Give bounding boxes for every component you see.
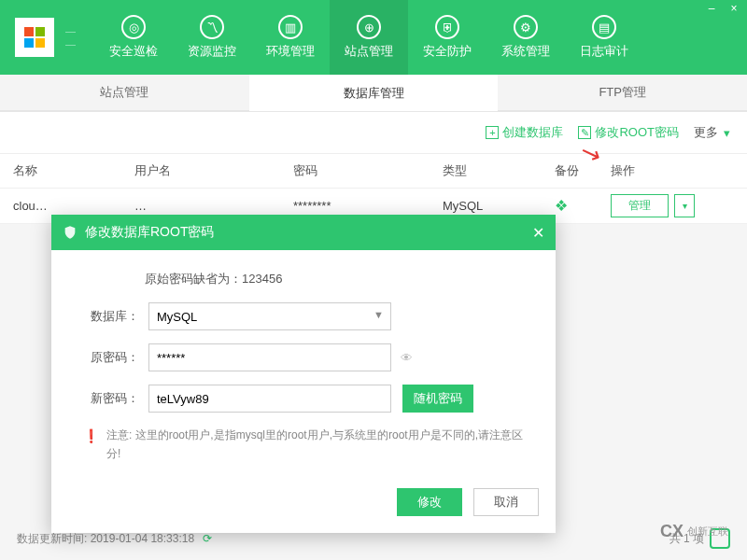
dialog-footer: 修改 取消: [51, 477, 556, 533]
label-old: 原密码：: [79, 349, 148, 366]
shield-icon: [63, 225, 78, 240]
warning-text: 注意: 这里的root用户,是指mysql里的root用户,与系统里的root用…: [106, 426, 528, 464]
confirm-button[interactable]: 修改: [397, 488, 462, 516]
dialog-title: 修改数据库ROOT密码: [85, 224, 214, 241]
old-password-input[interactable]: [148, 343, 391, 371]
label-new: 新密码：: [79, 390, 148, 407]
modal-overlay: 修改数据库ROOT密码 ✕ 原始密码缺省为：123456 数据库： MySQL …: [0, 0, 747, 560]
new-password-input[interactable]: [148, 385, 391, 413]
change-root-password-dialog: 修改数据库ROOT密码 ✕ 原始密码缺省为：123456 数据库： MySQL …: [51, 215, 556, 533]
dialog-body: 原始密码缺省为：123456 数据库： MySQL ▼ 原密码： 👁 新密码： …: [51, 250, 556, 477]
default-password-hint: 原始密码缺省为：123456: [145, 271, 528, 287]
field-new-password: 新密码： 随机密码: [79, 385, 528, 413]
field-database: 数据库： MySQL ▼: [79, 302, 528, 330]
cancel-button[interactable]: 取消: [473, 488, 539, 516]
warning-icon: ❗: [83, 426, 99, 464]
warning-note: ❗ 注意: 这里的root用户,是指mysql里的root用户,与系统里的roo…: [79, 426, 528, 464]
toggle-visibility-icon[interactable]: 👁: [401, 351, 413, 365]
dialog-close-button[interactable]: ✕: [532, 224, 544, 242]
dialog-header: 修改数据库ROOT密码 ✕: [51, 215, 556, 250]
field-old-password: 原密码： 👁: [79, 343, 528, 371]
database-select[interactable]: MySQL: [148, 302, 391, 330]
random-password-button[interactable]: 随机密码: [402, 385, 473, 413]
label-db: 数据库：: [79, 308, 148, 325]
